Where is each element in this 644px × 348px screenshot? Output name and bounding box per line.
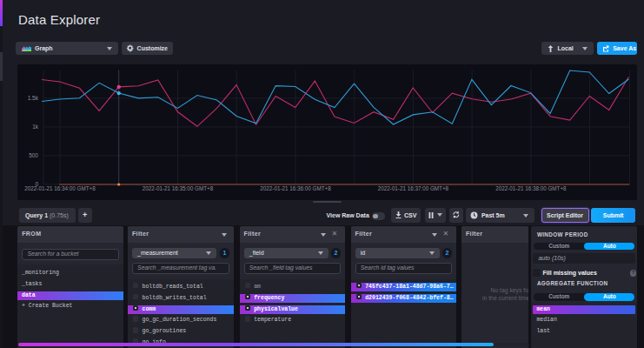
svg-text:2022-01-21 16:35:00 GMT+8: 2022-01-21 16:35:00 GMT+8 (143, 184, 214, 191)
svg-text:2022-01-21 16:34:00 GMT+8: 2022-01-21 16:34:00 GMT+8 (24, 184, 96, 191)
svg-text:1k: 1k (32, 124, 39, 130)
svg-text:2022-01-21 16:38:00 GMT+8: 2022-01-21 16:38:00 GMT+8 (495, 184, 567, 191)
svg-text:1.5k: 1.5k (28, 95, 39, 101)
svg-text:2022-01-21 16:37:00 GMT+8: 2022-01-21 16:37:00 GMT+8 (378, 184, 449, 191)
svg-text:500: 500 (29, 152, 38, 158)
svg-text:2022-01-21 16:36:00 GMT+8: 2022-01-21 16:36:00 GMT+8 (260, 184, 331, 191)
